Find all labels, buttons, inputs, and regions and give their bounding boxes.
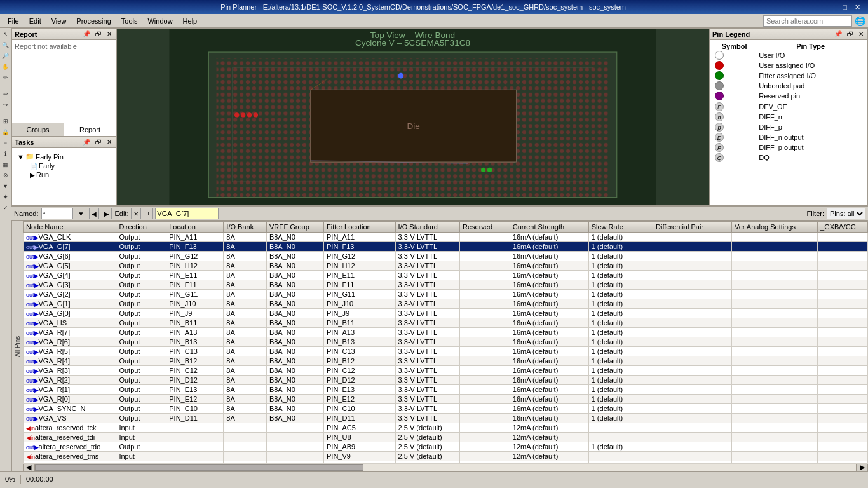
table-row[interactable]: out▶VGA_CLK Output PIN_A11 8A B8A_N0 PIN… bbox=[24, 233, 868, 242]
table-row[interactable]: out▶VGA_R[6] Output PIN_B13 8A B8A_N0 PI… bbox=[24, 337, 868, 347]
expand-icon[interactable]: ▼ bbox=[17, 153, 24, 161]
table-row[interactable]: out▶VGA_HS Output PIN_B11 8A B8A_N0 PIN_… bbox=[24, 318, 868, 328]
cell-gxb bbox=[818, 366, 868, 376]
table-row[interactable]: out▶VGA_R[4] Output PIN_B12 8A B8A_N0 PI… bbox=[24, 356, 868, 366]
output-icon: out▶ bbox=[26, 282, 39, 288]
cell-location: PIN_G12 bbox=[166, 252, 224, 261]
legend-close-button[interactable]: ✕ bbox=[857, 30, 865, 37]
report-restore-button[interactable]: 🗗 bbox=[94, 30, 103, 37]
tool-assign[interactable]: ✦ bbox=[1, 192, 11, 202]
table-row[interactable]: out▶VGA_G[4] Output PIN_E11 8A B8A_N0 PI… bbox=[24, 271, 868, 280]
tool-info[interactable]: ℹ bbox=[1, 149, 11, 159]
cell-node-name: out▶VGA_SYNC_N bbox=[24, 404, 116, 414]
svg-point-16 bbox=[481, 168, 485, 172]
table-row[interactable]: out▶VGA_G[2] Output PIN_G11 8A B8A_N0 PI… bbox=[24, 290, 868, 299]
cell-io-bank bbox=[224, 433, 267, 442]
tool-grid[interactable]: ⊞ bbox=[1, 116, 11, 126]
menu-file[interactable]: File bbox=[3, 16, 24, 26]
minimize-button[interactable]: – bbox=[829, 3, 837, 11]
table-row[interactable]: out▶VGA_R[1] Output PIN_E13 8A B8A_N0 PI… bbox=[24, 385, 868, 395]
cell-reserved bbox=[459, 452, 510, 461]
menu-tools[interactable]: Tools bbox=[116, 16, 143, 26]
scroll-right-button[interactable]: ▶ bbox=[857, 464, 868, 471]
table-row[interactable]: out▶VGA_R[7] Output PIN_A13 8A B8A_N0 PI… bbox=[24, 328, 868, 337]
menu-window[interactable]: Window bbox=[142, 16, 177, 26]
tasks-restore-button[interactable]: 🗗 bbox=[94, 139, 103, 146]
cell-direction: Output bbox=[116, 299, 166, 309]
table-row[interactable]: out▶VGA_G[0] Output PIN_J9 8A B8A_N0 PIN… bbox=[24, 309, 868, 318]
menu-processing[interactable]: Processing bbox=[71, 16, 116, 26]
scroll-left-button[interactable]: ◀ bbox=[23, 464, 34, 471]
tree-item-earlypin: ▼ 📁 Early Pin bbox=[17, 152, 111, 161]
diagram-content[interactable]: Top View – Wire Bond Cyclone V – 5CSEMA5… bbox=[117, 29, 709, 205]
tool-draw[interactable]: ✏ bbox=[1, 72, 11, 83]
table-row[interactable]: out▶VGA_R[5] Output PIN_C13 8A B8A_N0 PI… bbox=[24, 347, 868, 356]
table-row[interactable]: out▶VGA_G[3] Output PIN_F11 8A B8A_N0 PI… bbox=[24, 280, 868, 290]
cell-location bbox=[166, 423, 224, 433]
report-close-button[interactable]: ✕ bbox=[105, 30, 113, 37]
table-row[interactable]: out▶VGA_G[6] Output PIN_G12 8A B8A_N0 PI… bbox=[24, 252, 868, 261]
tab-report[interactable]: Report bbox=[64, 123, 116, 136]
table-row[interactable]: out▶VGA_R[3] Output PIN_C12 8A B8A_N0 PI… bbox=[24, 366, 868, 376]
pin-table-container[interactable]: Node Name Direction Location I/O Bank VR… bbox=[23, 221, 868, 463]
cell-vref bbox=[266, 442, 323, 452]
edit-input[interactable] bbox=[155, 208, 219, 219]
tool-zoom-out[interactable]: 🔎 bbox=[1, 51, 11, 61]
report-pin-button[interactable]: 📌 bbox=[81, 30, 92, 37]
cell-node-name: out▶VGA_G[5] bbox=[24, 261, 116, 271]
maximize-button[interactable]: □ bbox=[840, 3, 850, 11]
legend-pin-button[interactable]: 📌 bbox=[833, 30, 843, 37]
menu-edit[interactable]: Edit bbox=[24, 16, 46, 26]
tool-lock[interactable]: 🔒 bbox=[1, 127, 11, 137]
table-row[interactable]: out▶altera_reserved_tdo Output PIN_AB9 2… bbox=[24, 442, 868, 452]
tool-chip[interactable]: ▦ bbox=[1, 159, 11, 170]
table-row[interactable]: out▶VGA_R[2] Output PIN_D12 8A B8A_N0 PI… bbox=[24, 376, 868, 385]
tool-net[interactable]: ⊗ bbox=[1, 170, 11, 180]
tasks-pin-button[interactable]: 📌 bbox=[81, 139, 92, 146]
tool-select[interactable]: ↖ bbox=[1, 29, 11, 39]
tool-undo[interactable]: ↩ bbox=[1, 89, 11, 99]
table-row[interactable]: out▶VGA_G[7] Output PIN_F13 8A B8A_N0 PI… bbox=[24, 242, 868, 252]
cell-cur-strength: 16mA (default) bbox=[510, 233, 588, 242]
tool-filter[interactable]: ▼ bbox=[1, 181, 11, 191]
table-row[interactable]: out▶VGA_G[1] Output PIN_J10 8A B8A_N0 PI… bbox=[24, 299, 868, 309]
tool-pan[interactable]: ✋ bbox=[1, 62, 11, 72]
legend-restore-button[interactable]: 🗗 bbox=[846, 30, 855, 37]
table-row[interactable]: ◀inaltera_reserved_tdi Input PIN_U8 2.5 … bbox=[24, 433, 868, 442]
tool-redo[interactable]: ↪ bbox=[1, 100, 11, 110]
cell-slew: 1 (default) bbox=[588, 376, 653, 385]
edit-add-button[interactable]: + bbox=[144, 208, 153, 219]
tasks-close-button[interactable]: ✕ bbox=[105, 139, 113, 146]
table-row[interactable]: ◀inaltera_reserved_tms Input PIN_V9 2.5 … bbox=[24, 452, 868, 461]
cell-io-std: 3.3-V LVTTL bbox=[395, 261, 459, 271]
titlebar-controls[interactable]: – □ ✕ bbox=[829, 3, 863, 11]
menu-view[interactable]: View bbox=[46, 16, 72, 26]
table-row[interactable]: out▶VGA_VS Output PIN_D11 8A B8A_N0 PIN_… bbox=[24, 414, 868, 423]
horizontal-scrollbar[interactable] bbox=[34, 464, 857, 471]
tool-zoom-in[interactable]: 🔍 bbox=[1, 40, 11, 50]
table-row[interactable]: out▶VGA_R[0] Output PIN_E12 8A B8A_N0 PI… bbox=[24, 395, 868, 404]
table-row[interactable]: ◀inaltera_reserved_tck Input PIN_AC5 2.5… bbox=[24, 423, 868, 433]
output-icon: out▶ bbox=[26, 416, 39, 422]
table-row[interactable]: out▶VGA_G[5] Output PIN_H12 8A B8A_N0 PI… bbox=[24, 261, 868, 271]
legend-type: User I/O bbox=[756, 50, 865, 60]
tab-groups[interactable]: Groups bbox=[12, 123, 64, 136]
table-row[interactable]: out▶VGA_SYNC_N Output PIN_C10 8A B8A_N0 … bbox=[24, 404, 868, 414]
prev-button[interactable]: ◀ bbox=[89, 208, 99, 219]
cell-gxb bbox=[818, 423, 868, 433]
named-input[interactable] bbox=[41, 208, 73, 219]
search-input[interactable] bbox=[763, 15, 852, 27]
edit-clear-button[interactable]: ✕ bbox=[131, 208, 141, 219]
next-button[interactable]: ▶ bbox=[102, 208, 112, 219]
cell-slew: 1 (default) bbox=[588, 366, 653, 376]
cell-location: PIN_G11 bbox=[166, 290, 224, 299]
close-button[interactable]: ✕ bbox=[852, 3, 863, 11]
menu-help[interactable]: Help bbox=[178, 16, 203, 26]
cell-node-name: out▶VGA_R[7] bbox=[24, 328, 116, 337]
filter-select[interactable]: Pins: all bbox=[827, 208, 865, 219]
tool-layers[interactable]: ≡ bbox=[1, 138, 11, 148]
tool-check[interactable]: ✓ bbox=[1, 203, 11, 213]
early-pin-label: Early Pin bbox=[36, 153, 64, 161]
all-pins-tab[interactable]: All Pins bbox=[11, 221, 23, 471]
named-dropdown-button[interactable]: ▼ bbox=[76, 208, 87, 219]
